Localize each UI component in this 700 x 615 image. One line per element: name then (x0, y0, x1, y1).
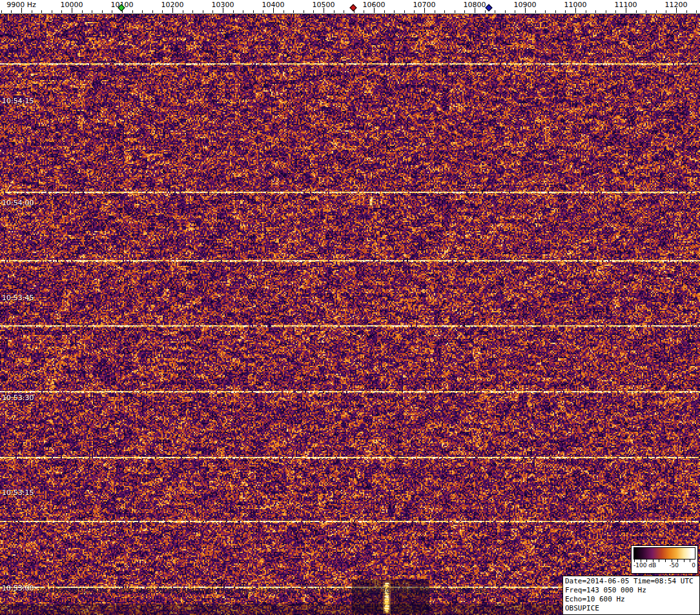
frequency-tick-label: 10300 (212, 1, 234, 9)
ruler-tick (666, 10, 666, 13)
ruler-tick (32, 10, 32, 13)
frequency-tick-label: 10500 (313, 1, 335, 9)
ruler-tick (212, 10, 213, 13)
colorbar: -100 dB -50 0 (631, 545, 698, 574)
frequency-tick-label: 10400 (262, 1, 285, 9)
colorbar-labels: -100 dB -50 0 (633, 562, 695, 569)
ruler-tick (595, 10, 596, 13)
ruler-tick (1, 10, 2, 13)
frequency-tick-label: 10900 (514, 1, 537, 9)
info-line-station: OBSUPICE (565, 604, 697, 613)
ruler-tick (11, 10, 12, 13)
ruler-tick (435, 10, 435, 13)
frequency-tick-label: 10200 (161, 1, 184, 9)
ruler-tick (464, 10, 465, 13)
ruler-tick (696, 10, 697, 13)
info-line-date: Date=2014-06-05 Time=08:54 UTC (565, 577, 697, 586)
ruler-tick (304, 10, 304, 13)
ruler-tick (344, 10, 344, 13)
frequency-ruler[interactable]: 9900 Hz100001010010200103001040010500106… (0, 0, 700, 14)
marker-blue-diamond[interactable] (486, 4, 493, 11)
ruler-tick (394, 10, 395, 13)
time-label: 10:53:30 (2, 394, 34, 402)
ruler-tick (263, 10, 263, 13)
frequency-tick-label: 11000 (564, 1, 587, 9)
ruler-tick (414, 10, 415, 13)
ruler-tick (41, 10, 42, 13)
ruler-tick (283, 10, 284, 13)
ruler-tick (192, 10, 193, 13)
ruler-tick (334, 10, 335, 13)
ruler-tick (485, 10, 486, 13)
ruler-tick (233, 10, 234, 13)
ruler-tick (112, 10, 112, 13)
frequency-tick-label: 11200 (665, 1, 688, 9)
ruler-tick (535, 10, 536, 13)
colorbar-label-min: -100 dB (633, 562, 656, 569)
colorbar-label-max: 0 (692, 562, 695, 569)
time-label: 10:53:45 (2, 294, 34, 302)
ruler-tick (555, 10, 556, 13)
time-label: 10:53:00 (2, 584, 34, 592)
ruler-tick (646, 10, 646, 13)
ruler-tick (656, 10, 657, 13)
ruler-tick (203, 10, 203, 13)
marker-red-diamond[interactable] (349, 4, 356, 11)
info-box: Date=2014-06-05 Time=08:54 UTC Freq=143 … (562, 576, 700, 615)
time-label: 10:54:00 (2, 199, 34, 207)
ruler-tick (615, 10, 616, 13)
frequency-tick-label: 9900 Hz (6, 1, 36, 9)
ruler-tick (313, 10, 314, 13)
ruler-tick (142, 10, 143, 13)
ruler-tick (565, 10, 566, 13)
frequency-tick-label: 10600 (363, 1, 386, 9)
ruler-tick (183, 10, 183, 13)
ruler-tick (253, 10, 254, 13)
colorbar-label-mid: -50 (669, 562, 679, 569)
ruler-tick (162, 10, 163, 13)
ruler-tick (293, 10, 294, 13)
frequency-tick-label: 11100 (615, 1, 637, 9)
ruler-tick (495, 10, 495, 13)
ruler-tick (243, 10, 243, 13)
ruler-tick (444, 10, 445, 13)
ruler-tick (102, 10, 103, 13)
ruler-tick (52, 10, 52, 13)
ruler-tick (606, 10, 606, 13)
ruler-tick (586, 10, 586, 13)
frequency-tick-label: 10700 (413, 1, 436, 9)
time-label: 10:54:15 (2, 97, 34, 105)
ruler-tick (686, 10, 687, 13)
ruler-tick (545, 10, 546, 13)
frequency-tick-label: 10000 (61, 1, 83, 9)
spectrogram-app: 9900 Hz100001010010200103001040010500106… (0, 0, 700, 615)
ruler-tick (82, 10, 83, 13)
ruler-tick (404, 10, 405, 13)
ruler-tick (364, 10, 364, 13)
ruler-tick (92, 10, 92, 13)
spectrogram-canvas[interactable] (0, 14, 700, 615)
info-line-freq: Freq=143 050 000 Hz (565, 586, 697, 595)
ruler-tick (505, 10, 506, 13)
colorbar-gradient (633, 547, 695, 560)
info-line-echo: Echo=10 600 Hz (565, 595, 697, 604)
ruler-tick (384, 10, 385, 13)
ruler-tick (132, 10, 133, 13)
ruler-tick (152, 10, 153, 13)
ruler-tick (455, 10, 455, 13)
ruler-tick (636, 10, 637, 13)
ruler-tick (515, 10, 515, 13)
frequency-tick-label: 10800 (464, 1, 486, 9)
ruler-tick (61, 10, 62, 13)
event-annotation-text: 20140605085255004 hCnt42 nb-81 f10628 hi… (37, 587, 488, 594)
time-label: 10:53:15 (2, 489, 34, 497)
